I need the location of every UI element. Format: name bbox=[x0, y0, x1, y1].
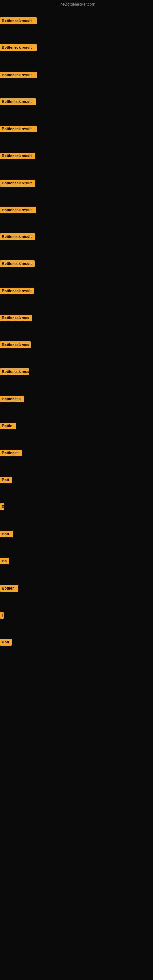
bottleneck-result-badge[interactable]: Bott bbox=[0, 531, 13, 538]
bottleneck-result-badge[interactable]: Bottleneck result bbox=[0, 288, 33, 294]
bottleneck-result-badge[interactable]: Bottleneck result bbox=[0, 153, 35, 159]
bottleneck-result-badge[interactable]: Bottleneck result bbox=[0, 18, 37, 24]
bottleneck-result-badge[interactable]: Bottleneck resu bbox=[0, 368, 29, 375]
site-title: TheBottlenecker.com bbox=[58, 2, 95, 6]
bottleneck-result-badge[interactable]: Bottleneck result bbox=[0, 207, 36, 213]
bottleneck-result-badge[interactable]: | bbox=[0, 612, 4, 619]
bottleneck-result-badge[interactable]: Bottleneck result bbox=[0, 260, 35, 267]
bottleneck-result-badge[interactable]: Bottleneck result bbox=[0, 98, 36, 105]
bottleneck-result-badge[interactable]: Bott bbox=[0, 639, 12, 646]
bottleneck-result-badge[interactable]: Bottleneck result bbox=[0, 180, 35, 186]
bottleneck-result-badge[interactable]: Bott bbox=[0, 477, 12, 483]
bottleneck-result-badge[interactable]: Bottleneck result bbox=[0, 72, 37, 78]
bottleneck-result-badge[interactable]: Bottlenec bbox=[0, 450, 22, 456]
bottleneck-result-badge[interactable]: Bottleneck resu bbox=[0, 342, 30, 348]
bottleneck-result-badge[interactable]: B bbox=[0, 503, 4, 510]
bottleneck-result-badge[interactable]: Bottleneck resu bbox=[0, 315, 32, 321]
bottleneck-result-badge[interactable]: Bottleneck bbox=[0, 396, 24, 402]
bottleneck-result-badge[interactable]: Bottleneck result bbox=[0, 126, 37, 132]
bottleneck-result-badge[interactable]: Bo bbox=[0, 558, 9, 565]
bottleneck-result-badge[interactable]: Bottle bbox=[0, 423, 16, 430]
bottleneck-result-badge[interactable]: Bottlen bbox=[0, 585, 18, 592]
bottleneck-result-badge[interactable]: Bottleneck result bbox=[0, 44, 37, 51]
bottleneck-result-badge[interactable]: Bottleneck result bbox=[0, 233, 35, 240]
